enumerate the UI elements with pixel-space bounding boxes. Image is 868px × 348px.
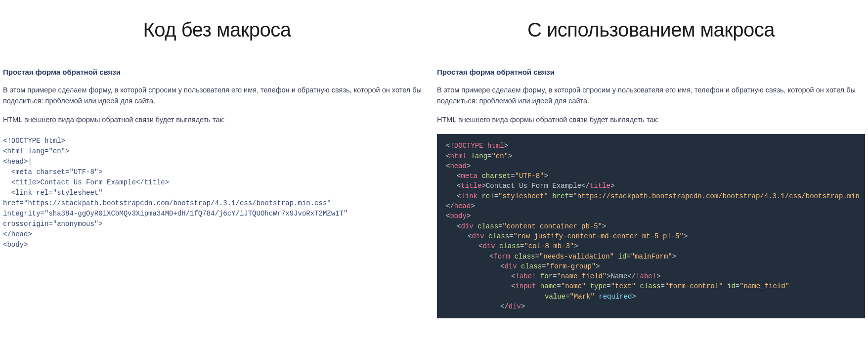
right-paragraph: В этом примере сделаем форму, в которой … — [437, 85, 865, 107]
left-html-line: HTML внешнего вида формы обратной связи … — [3, 115, 431, 126]
left-heading: Код без макроса — [3, 19, 431, 41]
right-column: С использованием макроса Простая форма о… — [434, 0, 868, 348]
right-heading: С использованием макроса — [437, 19, 865, 41]
left-paragraph: В этом примере сделаем форму, в которой … — [3, 85, 431, 107]
right-subtitle: Простая форма обратной связи — [437, 68, 865, 76]
right-html-line: HTML внешнего вида формы обратной связи … — [437, 115, 865, 126]
syntax-highlighted-code-block: <!DOCTYPE html><html lang="en"><head><me… — [437, 134, 865, 318]
left-column: Код без макроса Простая форма обратной с… — [0, 0, 434, 348]
left-subtitle: Простая форма обратной связи — [3, 68, 431, 76]
plain-code-block: <!DOCTYPE html> <html lang="en"> <head>|… — [3, 136, 431, 250]
